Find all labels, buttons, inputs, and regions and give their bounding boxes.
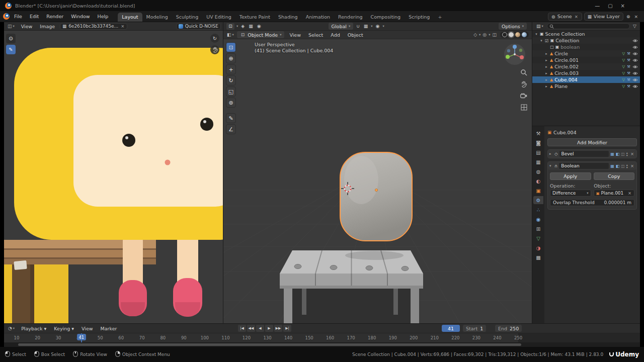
previous-keyframe-button[interactable]: ◀◀ (247, 325, 255, 332)
tab-view-layer[interactable]: ▦ (533, 158, 543, 166)
filter-icon[interactable]: ▽ (632, 24, 637, 29)
bevel-name-field[interactable]: Bevel (559, 151, 609, 157)
timeline-menu-view[interactable]: View (78, 325, 97, 332)
modifier-icon[interactable]: ⚒ (627, 64, 630, 69)
tab-modifiers[interactable]: ⚙ (533, 196, 543, 204)
tab-output[interactable]: ▤ (533, 148, 543, 156)
maximize-button[interactable]: ▢ (608, 3, 612, 9)
menu-window[interactable]: Window (67, 13, 93, 20)
playhead-frame-chip[interactable]: 41 (77, 334, 86, 340)
outliner-search-input[interactable] (547, 23, 630, 29)
outliner-row-circle-002[interactable]: ▸▲Circle.002▽⚒ (532, 63, 640, 70)
blender-logo-icon[interactable] (3, 13, 10, 20)
jump-to-start-button[interactable]: |◀ (238, 325, 246, 332)
boolean-render-toggle[interactable]: ◫ (621, 164, 625, 168)
zoom-icon[interactable] (519, 68, 528, 76)
hide-viewport-eye-icon[interactable] (632, 71, 638, 75)
boolean-name-field[interactable]: Boolean (559, 163, 609, 169)
sample-tool-button[interactable]: ⊙ (6, 34, 16, 43)
annotate-tool[interactable]: ✎ (226, 113, 236, 123)
menu-help[interactable]: Help (94, 13, 112, 20)
ortho-toggle-icon[interactable] (519, 103, 528, 111)
tool-options-icon-3[interactable]: ◉ (256, 24, 262, 29)
hide-viewport-eye-icon[interactable] (632, 52, 638, 56)
unlink-scene-button[interactable]: × (574, 14, 579, 19)
image-editor-canvas[interactable]: ⊙ ✎ ↻ (4, 31, 223, 323)
bevel-editmode-toggle[interactable]: ▦ (610, 152, 614, 156)
viewport-canvas[interactable]: User Perspective (41) Scene Collection |… (223, 39, 532, 323)
timeline-scrollbar-thumb[interactable] (18, 343, 521, 346)
boolean-expand-icon[interactable]: ▾ (549, 164, 553, 168)
bevel-realtime-toggle[interactable]: ◧ (616, 152, 620, 156)
viewport-menu-select[interactable]: Select (305, 32, 327, 38)
snap-target-icon[interactable]: ▦ (363, 24, 369, 29)
timeline-scrollbar[interactable] (4, 342, 640, 347)
workspace-tab-animation[interactable]: Animation (302, 13, 334, 22)
viewport-menu-object[interactable]: Object (344, 32, 367, 38)
workspace-tab-layout[interactable]: Layout (118, 13, 142, 22)
workspace-tab-shading[interactable]: Shading (274, 13, 302, 22)
timeline-ruler[interactable]: 1020304050607080901001101201301401501601… (4, 333, 640, 342)
timeline-editor-type-button[interactable]: ◔▾ (7, 326, 16, 331)
unlink-image-button[interactable]: × (120, 24, 125, 29)
hide-viewport-eye-icon[interactable] (632, 84, 638, 88)
frame-start-field[interactable]: Start 1 (463, 325, 486, 332)
snap-magnet-icon[interactable]: ∪ (355, 24, 361, 29)
rendered-shading-button[interactable] (522, 32, 527, 37)
xray-toggle-icon[interactable]: ◫ (491, 32, 498, 37)
disclosure-icon[interactable]: ▾ (534, 32, 538, 36)
tab-texture[interactable]: ▩ (533, 253, 543, 261)
modifier-icon[interactable]: ⚒ (627, 77, 630, 82)
viewport-editor-type-button[interactable]: ◧▾ (225, 32, 235, 37)
bevel-delete-button[interactable]: × (629, 151, 635, 156)
outliner-row-scene-collection[interactable]: ▾▣Scene Collection (532, 31, 640, 37)
tab-scene[interactable]: ◍ (533, 167, 543, 175)
image-pan-hand-icon[interactable] (210, 45, 219, 54)
modifier-icon[interactable]: ⚒ (627, 58, 630, 62)
hide-viewport-eye-icon[interactable] (632, 58, 638, 62)
workspace-tab-scripting[interactable]: Scripting (405, 13, 434, 22)
bevel-render-toggle[interactable]: ◫ (621, 152, 625, 156)
mesh-data-icon[interactable]: ▽ (622, 64, 625, 69)
annotate-tool-button[interactable]: ✎ (6, 45, 16, 54)
active-tool-icon[interactable]: ⊡ (226, 23, 234, 30)
scene-selector[interactable]: ◍ Scene × (548, 13, 582, 21)
minimize-button[interactable]: — (595, 3, 600, 9)
outliner-row-cube-004[interactable]: ▸▲Cube.004▽⚒ (532, 76, 640, 83)
tab-world[interactable]: ◐ (533, 177, 543, 185)
outliner-row-circle[interactable]: ▸▲Circle▽⚒ (532, 50, 640, 57)
image-datablock-field[interactable]: ▦ 6e2610bc3b33745e... × (60, 23, 127, 30)
disclosure-icon[interactable]: ▸ (544, 84, 548, 88)
menu-file[interactable]: File (11, 13, 26, 20)
next-keyframe-button[interactable]: ▶▶ (274, 325, 282, 332)
apply-button[interactable]: Apply (550, 172, 591, 180)
jump-to-end-button[interactable]: ▶| (283, 325, 291, 332)
cursor-tool[interactable]: ⊕ (226, 53, 236, 63)
image-editor-menu-image[interactable]: Image (36, 23, 58, 30)
move-tool[interactable]: + (226, 64, 236, 74)
modifier-icon[interactable]: ⚒ (627, 71, 630, 75)
overlap-threshold-field[interactable]: Overlap Threshold 0.000001 m (550, 199, 634, 206)
boolean-modifier-header[interactable]: ▾ ∩ Boolean ▦ ◧ ◫ ▴▾ × (548, 162, 636, 170)
workspace-tab-sculpting[interactable]: Sculpting (172, 13, 202, 22)
tab-physics[interactable]: ◉ (533, 215, 543, 223)
timeline-menu-playback[interactable]: Playback ▾ (18, 325, 50, 332)
modifier-icon[interactable]: ⚒ (627, 84, 630, 88)
hide-viewport-eye-icon[interactable] (632, 39, 638, 43)
mesh-data-icon[interactable]: ▽ (622, 77, 625, 82)
image-editor-type-button[interactable]: ◫▾ (6, 24, 16, 29)
material-preview-button[interactable] (515, 32, 520, 37)
navigation-gizmo[interactable] (504, 43, 526, 65)
outliner-row-circle-003[interactable]: ▸▲Circle.003▽⚒ (532, 70, 640, 76)
outliner-editor-type-button[interactable]: ▤▾ (535, 24, 545, 29)
outliner-row-boolean[interactable]: ☐▣boolean (532, 44, 640, 50)
disclosure-icon[interactable]: ▸ (544, 58, 548, 62)
quick-dnoise-button[interactable]: Quick D-NOISE (176, 23, 221, 30)
disclosure-icon[interactable]: ▾ (539, 39, 543, 43)
proportional-edit-icon[interactable]: ◉ (375, 24, 381, 29)
bevel-modifier-header[interactable]: ▸ ◇ Bevel ▦ ◧ ◫ ▴▾ × (548, 150, 636, 158)
add-view-layer-button[interactable]: ⊕ (625, 14, 631, 19)
play-reverse-button[interactable]: ◀ (256, 325, 264, 332)
add-workspace-button[interactable]: + (434, 13, 446, 22)
workspace-tab-uv-editing[interactable]: UV Editing (202, 13, 235, 22)
